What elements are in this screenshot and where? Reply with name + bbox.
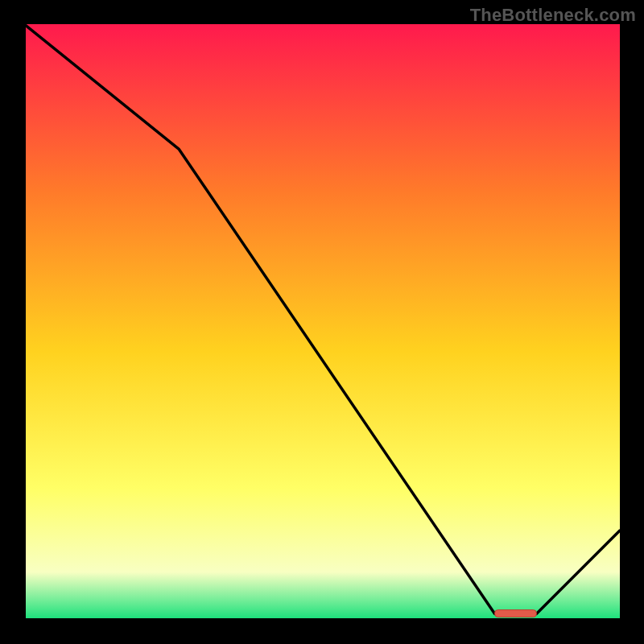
optimal-range-marker	[495, 610, 537, 617]
chart-svg	[24, 24, 620, 620]
chart-stage: TheBottleneck.com	[0, 0, 644, 644]
gradient-background	[24, 24, 620, 620]
chart-plot-area	[24, 24, 620, 620]
watermark-text: TheBottleneck.com	[470, 5, 636, 26]
